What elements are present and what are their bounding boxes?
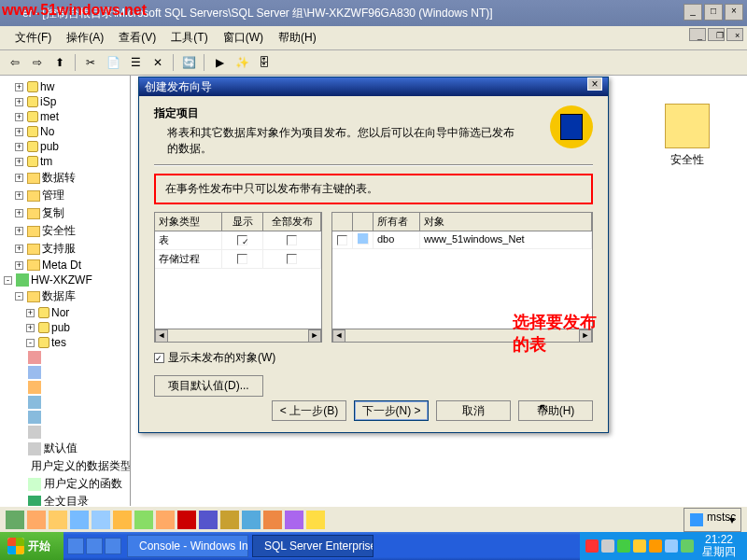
tool-icon[interactable] (220, 511, 239, 529)
tool-icon[interactable] (49, 511, 67, 529)
row-table[interactable]: 表 (155, 231, 222, 250)
tree-pane[interactable]: +hw +iSp +met +No +pub +tm +数据转 +管理 +复制 … (0, 76, 131, 542)
dialog-close-button[interactable]: × (587, 77, 602, 91)
scroll-left[interactable]: ◄ (155, 329, 168, 343)
show-checkbox[interactable] (237, 235, 247, 245)
toolbar: ⇦ ⇨ ⬆ ✂ 📄 ☰ ✕ 🔄 ▶ ✨ 🗄 (0, 50, 747, 76)
tool-icon[interactable] (285, 511, 303, 529)
obj-checkbox[interactable] (337, 235, 347, 245)
child-min-button[interactable]: _ (689, 28, 706, 41)
tray-icon[interactable] (617, 539, 630, 553)
folder-icon (27, 244, 40, 255)
tray-icon[interactable] (601, 539, 614, 553)
db-button[interactable]: 🗄 (255, 53, 274, 72)
folder-icon (27, 226, 40, 237)
obj-name[interactable]: www_51windows_Net (420, 231, 592, 249)
back-button[interactable]: < 上一步(B) (272, 400, 346, 421)
child-restore-button[interactable]: ❐ (708, 28, 725, 41)
task-console[interactable]: Console - Windows Inter... (127, 535, 248, 557)
task-sqlserver[interactable]: SQL Server Enterprise M... (252, 535, 374, 557)
menu-help[interactable]: 帮助(H) (271, 28, 324, 48)
user-icon (28, 411, 41, 424)
run-button[interactable]: ▶ (210, 53, 229, 72)
item-icon (28, 351, 41, 364)
nav-back-button[interactable]: ⇦ (6, 53, 24, 72)
copy-button[interactable]: 📄 (104, 53, 122, 72)
tray-icon[interactable] (649, 539, 662, 553)
user-icon (28, 396, 41, 409)
tray-icon[interactable] (585, 539, 599, 553)
ql-icon[interactable] (67, 538, 84, 554)
mstsc-icon (690, 513, 703, 526)
item-icon (28, 381, 41, 394)
help-button[interactable]: 帮助(H) (518, 400, 593, 421)
mstsc-field[interactable]: mstsc ▾ (684, 508, 741, 532)
dialog-titlebar[interactable]: 创建发布向导 × (139, 77, 608, 96)
start-button[interactable]: 开始 (0, 532, 63, 560)
close-button[interactable]: × (725, 4, 743, 21)
taskbar: 开始 Console - Windows Inter... SQL Server… (0, 532, 747, 560)
delete-button[interactable]: ✕ (148, 53, 167, 72)
object-type-grid[interactable]: 对象类型 显示 全部发布 表 存储过程 ◄► (154, 212, 322, 343)
tool-icon[interactable] (27, 511, 46, 529)
tool-icon[interactable] (113, 511, 132, 529)
chevron-down-icon[interactable]: ▾ (729, 513, 735, 526)
db-icon (27, 96, 38, 107)
server-icon (16, 273, 29, 287)
menu-action[interactable]: 操作(A) (59, 28, 111, 48)
puball-checkbox[interactable] (287, 254, 297, 264)
menu-window[interactable]: 窗口(W) (216, 28, 271, 48)
ql-icon[interactable] (86, 538, 103, 554)
wiz-button[interactable]: ✨ (233, 53, 251, 72)
child-close-button[interactable]: × (726, 28, 743, 41)
nav-fwd-button[interactable]: ⇨ (28, 53, 47, 72)
menu-file[interactable]: 文件(F) (7, 28, 59, 48)
min-button[interactable]: _ (684, 4, 702, 21)
cancel-button[interactable]: 取消 (436, 400, 511, 421)
ql-icon[interactable] (105, 538, 121, 554)
max-button[interactable]: □ (704, 4, 723, 21)
dialog-title-text: 创建发布向导 (145, 77, 212, 96)
db-icon (27, 141, 38, 152)
dialog-heading: 指定项目 (154, 106, 199, 119)
clock[interactable]: 21:22 星期四 (697, 534, 741, 558)
scroll-right[interactable]: ► (308, 329, 321, 343)
menu-tools[interactable]: 工具(T) (163, 28, 215, 48)
tool-icon[interactable] (263, 511, 282, 529)
tray-icon[interactable] (633, 539, 646, 553)
folder-icon (27, 173, 40, 184)
tool-icon[interactable] (92, 511, 110, 529)
cut-button[interactable]: ✂ (81, 53, 100, 72)
book-icon (550, 105, 593, 148)
system-tray: 21:22 星期四 (580, 532, 747, 560)
tool-icon[interactable] (156, 511, 175, 529)
tool-icon[interactable] (306, 511, 325, 529)
tool-icon[interactable] (242, 511, 261, 529)
security-folder-icon[interactable] (665, 104, 710, 148)
refresh-button[interactable]: 🔄 (179, 53, 198, 72)
item-icon (28, 442, 41, 455)
tool-icon[interactable] (177, 511, 196, 529)
puball-checkbox[interactable] (287, 235, 297, 245)
windows-flag-icon (7, 538, 24, 554)
db-icon (38, 322, 49, 333)
tool-icon[interactable] (134, 511, 153, 529)
publish-wizard-dialog: 创建发布向导 × 指定项目 将表和其它数据库对象作为项目发布。您以后可以在向导中… (138, 77, 609, 433)
tray-icon[interactable] (681, 539, 694, 553)
next-button[interactable]: 下一步(N) > (354, 400, 429, 421)
show-checkbox[interactable] (237, 254, 247, 264)
obj-owner[interactable]: dbo (374, 231, 420, 249)
folder-icon (27, 259, 40, 271)
up-button[interactable]: ⬆ (50, 53, 69, 72)
scroll-left[interactable]: ◄ (332, 329, 345, 343)
tool-icon[interactable] (6, 511, 24, 529)
tool-icon[interactable] (70, 511, 89, 529)
warning-text: 在事务性发布中只可以发布带有主键的表。 (154, 174, 593, 204)
annotation-text: 选择要发布的表 (513, 311, 608, 356)
menu-view[interactable]: 查看(V) (111, 28, 163, 48)
tool-icon[interactable] (199, 511, 218, 529)
tray-icon[interactable] (665, 539, 678, 553)
row-sproc[interactable]: 存储过程 (155, 250, 222, 269)
article-defaults-button[interactable]: 项目默认值(D)... (154, 375, 263, 397)
props-button[interactable]: ☰ (126, 53, 145, 72)
